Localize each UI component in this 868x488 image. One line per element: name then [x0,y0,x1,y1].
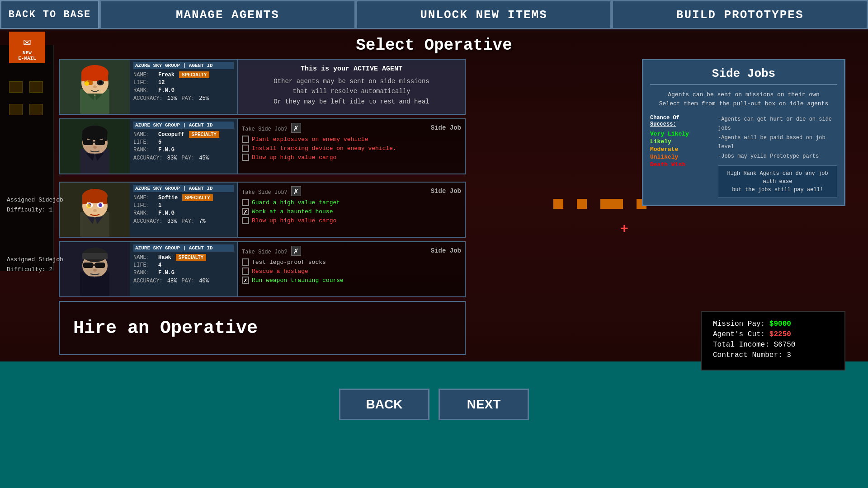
side-jobs-panel: Side Jobs Agents can be sent on missions… [642,59,845,206]
side-jobs-info: -Agents can get hurt or die on side jobs… [718,115,837,198]
agent-sidejob-2: Take Side Job? ✗ Side Job Plant explosiv… [238,119,465,174]
sidejob-option-2-2[interactable]: Install tracking device on enemy vehicle… [242,145,461,152]
checkbox-3-2[interactable]: ✗ [242,208,249,215]
checkbox-2-3[interactable] [242,154,249,161]
agent-rank-1: F.N.G [158,87,175,94]
build-prototypes-button[interactable]: BUILD PROTOTYPES [612,0,868,29]
sidejob-option-3-3[interactable]: Blow up high value cargo [242,217,461,224]
pay-val-4: 40% [199,278,209,284]
take-sidejob-label-2: Take Side Job? [242,126,288,132]
sidejob-option-4-2[interactable]: Rescue a hostage [242,267,461,275]
total-income-row: Total Income: $6750 [713,341,833,349]
agent-rank-2: F.N.G [158,147,175,153]
svg-point-37 [86,204,91,208]
agents-list: AZURE SKY GROUP | AGENT ID NAME: Freak S… [59,59,466,355]
svg-rect-18 [82,131,87,141]
agent-info-2: AZURE SKY GROUP | AGENT ID NAME: Cocopuf… [130,119,238,174]
side-jobs-title: Side Jobs [650,67,837,85]
specialty-button-1[interactable]: SPECIALTY [179,71,209,78]
accuracy-label-1: ACCURACY: [133,95,163,102]
agent-portrait-3 [60,183,130,237]
accuracy-val-1: 13% [167,95,177,102]
svg-rect-19 [103,131,107,141]
svg-point-13 [85,81,89,86]
hire-operative-label: Hire an Operative [73,318,258,338]
take-sidejob-label-3: Take Side Job? [242,189,288,196]
agent-portrait-svg-1 [60,60,130,114]
svg-point-23 [93,146,97,149]
agent-card-1: AZURE SKY GROUP | AGENT ID NAME: Freak S… [59,59,466,115]
email-label: NEWE-MAIL [18,50,36,61]
svg-point-36 [93,209,97,212]
agent-portrait-4 [60,242,130,296]
svg-rect-47 [93,264,95,266]
agent-header-1: AZURE SKY GROUP | AGENT ID [133,62,234,69]
agent-card-3: AZURE SKY GROUP | AGENT ID NAME: Softie … [59,182,466,238]
chance-moderate: Moderate [650,145,713,153]
email-button[interactable]: ✉ NEWE-MAIL [9,32,45,63]
take-sidejob-label-4: Take Side Job? [242,249,288,255]
sidejob-option-4-1[interactable]: Test lego-proof socks [242,258,461,266]
specialty-button-4[interactable]: SPECIALTY [176,254,206,261]
agent-header-3: AZURE SKY GROUP | AGENT ID [133,185,234,192]
svg-rect-31 [103,194,107,204]
back-button[interactable]: Back [339,389,429,420]
active-agent-desc: Other agents may be sent on side mission… [244,76,459,107]
accuracy-val-2: 83% [167,155,177,161]
hire-operative-section[interactable]: Hire an Operative [59,301,466,355]
unlock-new-items-button[interactable]: UNLOCK NEW ITEMS [356,0,612,29]
page-title: Select Operative [356,36,512,55]
checkbox-3-3[interactable] [242,217,249,224]
checkbox-2-1[interactable] [242,136,249,143]
svg-rect-45 [83,263,93,268]
specialty-button-2[interactable]: SPECIALTY [189,131,219,138]
sidejob-option-4-3[interactable]: ✗ Run weapon training course [242,277,461,284]
high-rank-info: High Rank Agents can do any job with eas… [718,165,837,198]
manage-agents-button[interactable]: MANAGE AGENTS [99,0,356,29]
pay-val-3: 7% [199,218,205,225]
agent-name-2: Cocopuff [158,131,184,138]
agent-card-wrapper-2: AZURE SKY GROUP | AGENT ID NAME: Cocopuf… [59,118,466,178]
plus-button[interactable]: + [620,221,628,237]
chance-title: Chance Of Success: [650,115,713,127]
sidejob-option-3-1[interactable]: Guard a high value target [242,199,461,206]
pay-label-1: PAY: [181,95,194,102]
checkbox-3-1[interactable] [242,199,249,206]
agent-sidejob-4: Take Side Job? ✗ Side Job Test lego-proo… [238,242,465,296]
active-agent-panel: This is your ACTIVE AGENT Other agents m… [238,60,465,114]
name-label: NAME: [133,72,158,78]
building-left [0,45,54,271]
side-jobs-desc: Agents can be sent on missions on their … [650,90,837,108]
checkbox-2-2[interactable] [242,145,249,152]
svg-rect-44 [82,253,108,259]
svg-rect-20 [83,140,93,145]
checkbox-4-2[interactable] [242,267,249,275]
checkbox-4-3[interactable]: ✗ [242,277,249,284]
accuracy-val-3: 33% [167,218,177,225]
sidejob-x-3[interactable]: ✗ [291,186,301,196]
back-to-base-button[interactable]: Back to Base [0,0,99,29]
agent-portrait-2 [60,119,130,174]
sidejob-option-3-2[interactable]: ✗ Work at a haunted house [242,208,461,215]
sidejob-option-2-3[interactable]: Blow up high value cargo [242,154,461,161]
total-income-value: $6750 [774,341,795,349]
email-icon: ✉ [24,34,31,49]
agent-portrait-1 [60,60,130,114]
agent-rank-3: F.N.G [158,210,175,216]
agent-portrait-svg-2 [60,119,130,174]
specialty-button-3[interactable]: SPECIALTY [182,194,212,201]
agent-card-wrapper-4: Assigned SidejobDifficulty: 2 [59,241,466,297]
checkbox-4-1[interactable] [242,258,249,266]
mission-pay-row: Mission Pay: $9000 [713,320,833,328]
next-button[interactable]: Next [439,389,529,420]
svg-point-48 [93,269,97,272]
agent-life-4: 4 [158,262,161,268]
agent-portrait-svg-3 [60,183,130,237]
floor-bg [0,361,868,488]
agent-info-4: AZURE SKY GROUP | AGENT ID NAME: Hawk SP… [130,242,238,296]
sidejob-x-2[interactable]: ✗ [291,123,301,133]
sidejob-option-2-1[interactable]: Plant explosives on enemy vehicle [242,136,461,143]
sidejob-x-4[interactable]: ✗ [291,246,301,256]
agent-life-1: 12 [158,80,165,86]
svg-point-35 [99,203,102,207]
